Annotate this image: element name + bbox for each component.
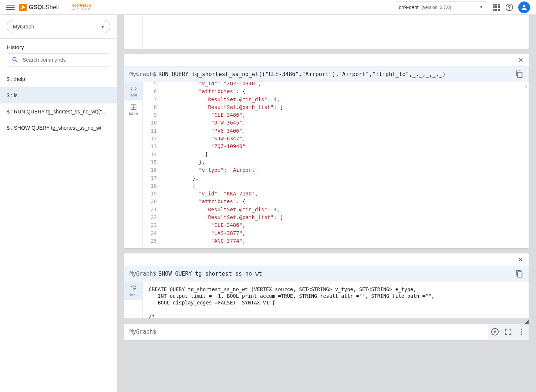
command-row: MyGraph$ RUN QUERY tg_shortest_ss_no_wt(… xyxy=(124,67,529,82)
logo-icon xyxy=(19,4,27,11)
code-line: 23 "CLE-3486", xyxy=(143,221,529,229)
code-line: 22 "ResultSet.@path_list": [ xyxy=(143,214,529,221)
view-tab-table[interactable]: table xyxy=(124,100,142,119)
json-output[interactable]: 5 "v_id": "ZQZ-10940",6 "attributes": {7… xyxy=(143,82,529,248)
resize-handle-icon[interactable] xyxy=(524,320,529,324)
prompt-label: MyGraph$ xyxy=(124,328,488,335)
command-text: RUN QUERY tg_shortest_ss_no_wt(("CLE-348… xyxy=(158,71,515,78)
view-tabs: json table xyxy=(124,82,143,248)
code-line: 21 "ResultSet.@min_dis": 4, xyxy=(143,206,529,214)
code-line: 20 "attributes": { xyxy=(143,198,529,205)
svg-point-1 xyxy=(509,9,510,9)
host-name: ch9-cent xyxy=(399,4,419,10)
help-icon[interactable] xyxy=(505,3,514,12)
graph-name: MyGraph xyxy=(13,24,34,30)
graph-select[interactable]: MyGraph ▾ xyxy=(7,20,110,33)
code-line: 11 "PVG-3406", xyxy=(143,127,529,135)
view-tab-text[interactable]: T text xyxy=(124,282,142,300)
command-row: MyGraph$ SHOW QUERY tg_shortest_ss_no_wt xyxy=(124,266,529,282)
code-line: 17 }, xyxy=(143,174,529,182)
chevron-down-icon: ▼ xyxy=(479,5,483,9)
copy-icon[interactable] xyxy=(515,270,523,278)
svg-point-9 xyxy=(521,331,522,333)
apps-icon[interactable] xyxy=(492,3,500,12)
product-name: GSQLShell xyxy=(29,4,59,11)
command-prompt: MyGraph$ xyxy=(129,71,156,78)
sidebar: MyGraph ▾ History $ : :help$ : ls$ : RUN… xyxy=(0,15,117,392)
code-line: 15 }, xyxy=(143,158,529,166)
code-line: 8 "ResultSet.@path_list": [ xyxy=(143,103,529,111)
code-line: 25 "ANC-3774", xyxy=(143,237,529,245)
history-item[interactable]: $ : :help xyxy=(0,71,117,87)
history-heading: History xyxy=(0,39,117,53)
command-input-bar[interactable]: MyGraph$ xyxy=(124,324,529,340)
tigergraph-logo: TigerGraph on CLOUD xyxy=(71,4,91,11)
divider xyxy=(65,3,65,11)
history-item[interactable]: $ : SHOW QUERY tg_shortest_ss_no_wt xyxy=(0,120,117,136)
table-icon xyxy=(130,104,137,110)
main-content: ✕ MyGraph$ RUN QUERY tg_shortest_ss_no_w… xyxy=(117,15,536,392)
code-line: 24 "LAS-3877", xyxy=(143,229,529,237)
scrollbar[interactable] xyxy=(525,85,527,88)
command-text: SHOW QUERY tg_shortest_ss_no_wt xyxy=(158,270,515,277)
code-line: 6 "attributes": { xyxy=(143,88,529,95)
search-commands-input[interactable] xyxy=(7,53,110,67)
more-icon[interactable] xyxy=(518,328,526,336)
code-line: 5 "v_id": "ZQZ-10940", xyxy=(143,82,529,88)
host-version: (version: 3.7.0) xyxy=(422,5,451,10)
code-line: 9 "CLE-3486", xyxy=(143,111,529,119)
code-line: 13 "ZQZ-10940" xyxy=(143,143,529,150)
search-icon xyxy=(11,56,19,64)
user-avatar[interactable] xyxy=(518,1,530,13)
command-prompt: MyGraph$ xyxy=(129,270,156,277)
code-line: 19 "v_id": "KKA-7190", xyxy=(143,190,529,198)
result-panel-show-query: ✕ MyGraph$ SHOW QUERY tg_shortest_ss_no_… xyxy=(124,253,529,318)
svg-marker-7 xyxy=(494,330,496,333)
code-line: 12 "SJW-6347", xyxy=(143,135,529,143)
chevron-down-icon: ▾ xyxy=(101,24,104,30)
code-line: 7 "ResultSet.@min_dis": 4, xyxy=(143,96,529,103)
history-item[interactable]: $ : RUN QUERY tg_shortest_ss_no_wt(("CL.… xyxy=(0,103,117,120)
view-tab-json[interactable]: json xyxy=(124,82,142,100)
product-logo: GSQLShell xyxy=(19,4,59,11)
search-input[interactable] xyxy=(23,57,105,63)
result-panel-run-query: ✕ MyGraph$ RUN QUERY tg_shortest_ss_no_w… xyxy=(124,54,529,248)
menu-icon[interactable] xyxy=(6,3,15,12)
host-select[interactable]: ch9-cent (version: 3.7.0) ▼ xyxy=(395,1,487,13)
code-line: 16 "v_type": "Airport" xyxy=(143,166,529,174)
svg-point-8 xyxy=(521,329,522,330)
code-line: 18 { xyxy=(143,182,529,190)
history-item[interactable]: $ : ls xyxy=(0,87,117,103)
code-line: 14 ] xyxy=(143,151,529,158)
fullscreen-icon[interactable] xyxy=(504,328,512,336)
text-output[interactable]: CREATE QUERY tg_shortest_ss_no_wt (VERTE… xyxy=(143,282,529,318)
view-tabs: T text xyxy=(124,282,143,318)
code-line: 10 "DTW-3645", xyxy=(143,119,529,127)
app-header: GSQLShell TigerGraph on CLOUD ch9-cent (… xyxy=(0,0,536,15)
svg-point-10 xyxy=(521,334,522,335)
text-icon: T xyxy=(130,285,137,292)
result-panel-empty xyxy=(124,15,529,49)
copy-icon[interactable] xyxy=(515,70,523,78)
close-icon[interactable]: ✕ xyxy=(516,255,525,264)
svg-text:T: T xyxy=(134,288,135,290)
code-icon xyxy=(130,85,137,92)
run-icon[interactable] xyxy=(491,328,499,336)
close-icon[interactable]: ✕ xyxy=(516,56,525,65)
